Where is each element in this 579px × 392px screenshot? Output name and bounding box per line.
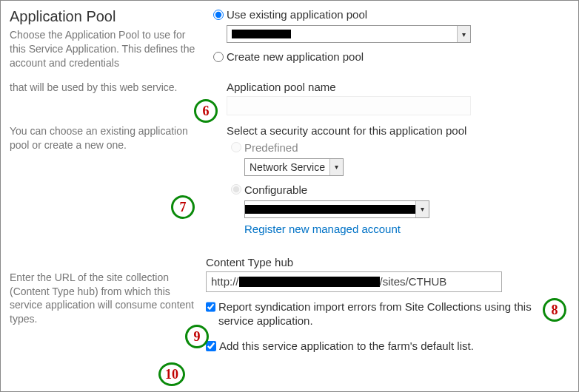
annotation-9: 9: [185, 325, 209, 348]
predefined-radio[interactable]: [231, 142, 241, 152]
redacted-account-value: [250, 205, 390, 214]
app-pool-help-3: You can choose an existing application p…: [10, 124, 198, 152]
create-new-pool-radio[interactable]: [213, 52, 224, 62]
use-existing-pool-label: Use existing application pool: [227, 8, 367, 21]
url-prefix: http://: [211, 275, 239, 288]
pool-name-label: Application pool name: [227, 81, 569, 93]
annotation-10: 10: [158, 362, 185, 386]
annotation-8: 8: [543, 298, 566, 322]
url-suffix: /sites/CTHUB: [380, 275, 447, 288]
security-account-label: Select a security account for this appli…: [227, 124, 569, 137]
redacted-url-host: [239, 277, 380, 287]
redacted-pool-value: [232, 30, 291, 38]
app-pool-title: Application Pool: [10, 8, 198, 25]
chevron-down-icon: ▾: [415, 201, 429, 217]
report-errors-checkbox[interactable]: [206, 302, 215, 312]
register-account-link[interactable]: Register new managed account: [244, 223, 401, 235]
default-list-label: Add this service application to the farm…: [219, 339, 474, 354]
content-hub-url-input[interactable]: http:///sites/CTHUB: [206, 271, 502, 292]
annotation-7: 7: [171, 195, 195, 219]
configurable-radio[interactable]: [231, 184, 241, 195]
content-hub-help: Enter the URL of the site collection (Co…: [10, 271, 198, 327]
chevron-down-icon: ▾: [329, 159, 343, 175]
configurable-label: Configurable: [244, 183, 307, 196]
report-errors-label: Report syndication import errors from Si…: [218, 300, 569, 328]
create-new-pool-label: Create new application pool: [227, 50, 364, 63]
annotation-6: 6: [194, 99, 218, 123]
predefined-value: Network Service: [245, 161, 329, 173]
pool-name-input[interactable]: [227, 96, 471, 115]
content-hub-label: Content Type hub: [206, 256, 569, 268]
configurable-dropdown[interactable]: ▾: [244, 200, 429, 218]
app-pool-help-2: that will be used by this web service.: [10, 81, 198, 95]
predefined-label: Predefined: [244, 141, 298, 154]
existing-pool-dropdown[interactable]: ▾: [227, 25, 471, 43]
app-pool-help-1: Choose the Application Pool to use for t…: [10, 28, 198, 70]
predefined-dropdown[interactable]: Network Service ▾: [244, 158, 344, 176]
default-list-checkbox[interactable]: [206, 341, 216, 351]
chevron-down-icon: ▾: [457, 26, 470, 42]
use-existing-pool-radio[interactable]: [213, 10, 224, 20]
